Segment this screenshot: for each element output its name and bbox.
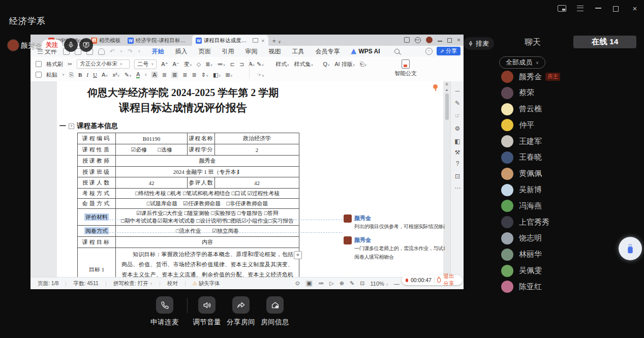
- tab-chat[interactable]: 聊天: [515, 37, 550, 48]
- highlight-icon[interactable]: ✎∨: [125, 72, 132, 78]
- char-scale-icon[interactable]: A∨: [249, 61, 255, 67]
- outline-collapse-icon[interactable]: 一: [59, 121, 66, 131]
- member-row[interactable]: 黄佩佩: [501, 168, 641, 180]
- member-row[interactable]: 吴新博: [501, 184, 641, 196]
- tab-tools[interactable]: 工具: [292, 46, 304, 57]
- tab-online-members[interactable]: 在线 14: [573, 36, 636, 48]
- mini-window-icon[interactable]: [557, 4, 567, 13]
- bullet-list-icon[interactable]: ≣∨: [205, 61, 212, 68]
- wps-close-icon[interactable]: ×: [457, 38, 461, 43]
- preview-icon[interactable]: [98, 48, 105, 55]
- member-row[interactable]: 王建军: [501, 135, 641, 147]
- exit-share-button[interactable]: 退出分享: [443, 273, 458, 287]
- comment[interactable]: 颜秀金 一门课多位老师上的，需流水作业，与试卷封 阅卷人填写相吻合: [344, 236, 445, 261]
- request-mic-button[interactable]: 申请连麦: [144, 296, 185, 327]
- decrease-font-icon[interactable]: A⁻: [173, 61, 179, 68]
- format-tool-icon[interactable]: ◧: [451, 138, 464, 145]
- member-row[interactable]: 曾云樵: [501, 103, 641, 115]
- border-icon[interactable]: ⊞∨: [226, 72, 233, 78]
- room-info-button[interactable]: 房间信息: [255, 296, 295, 327]
- new-tab-icon[interactable]: +: [272, 37, 277, 45]
- skin-icon[interactable]: ⊡: [451, 173, 464, 180]
- location-pin-icon[interactable]: [432, 84, 439, 91]
- toolbar-caret-icon[interactable]: ∨: [138, 49, 140, 53]
- member-row[interactable]: 仲平: [501, 119, 641, 131]
- tab-insert[interactable]: 插入: [175, 46, 187, 57]
- help-icon[interactable]: ?: [451, 160, 464, 167]
- member-row[interactable]: 吴佩雯: [501, 265, 641, 277]
- superscript-icon[interactable]: x²∨: [112, 72, 119, 78]
- tab-view[interactable]: 视图: [268, 46, 281, 57]
- outdent-icon[interactable]: ⊏: [230, 61, 235, 68]
- tab-template-doc[interactable]: W 经济学院-课程目标达成度报告模版.d: [124, 35, 192, 46]
- tab-close-icon[interactable]: ×: [261, 38, 264, 44]
- undo-icon[interactable]: ↶: [110, 48, 115, 55]
- styles-button[interactable]: 样式∨: [275, 60, 289, 68]
- edit-pen-icon[interactable]: ✎: [350, 280, 354, 287]
- underline-button[interactable]: U: [93, 72, 97, 78]
- missing-font-warning[interactable]: ⚠缺失字体: [193, 280, 220, 287]
- upload-cloud-icon[interactable]: ↑: [425, 48, 433, 55]
- tab-active-doc[interactable]: W 课程目标达成度报告（B0119 ×: [192, 35, 268, 46]
- spellcheck-status[interactable]: 拼写检查: 打开∨: [113, 280, 152, 287]
- redo-icon[interactable]: ↷: [128, 48, 133, 55]
- smart-doc-button[interactable]: 智能公文: [392, 59, 419, 77]
- member-row[interactable]: 冯海燕: [501, 200, 641, 212]
- ai-layout-button[interactable]: AI 排版∨: [334, 60, 355, 68]
- close-icon[interactable]: ×: [630, 4, 640, 13]
- number-list-icon[interactable]: ≔∨: [218, 61, 226, 68]
- mic-button[interactable]: [64, 38, 78, 52]
- cut-icon[interactable]: ✂: [68, 61, 72, 68]
- style-set-button[interactable]: 样式集∨: [294, 60, 313, 68]
- fullscreen-icon[interactable]: ⊡: [360, 280, 364, 287]
- table-insert-button[interactable]: +: [294, 251, 302, 259]
- bold-button[interactable]: B: [78, 72, 82, 78]
- print-layout-icon[interactable]: ▣: [305, 280, 313, 287]
- wps-restore-icon[interactable]: [447, 38, 452, 43]
- scroll-top-icon[interactable]: ≣: [443, 82, 450, 86]
- wps-minimize-icon[interactable]: [438, 41, 442, 41]
- copy-icon[interactable]: ⎘: [69, 72, 74, 78]
- member-row[interactable]: 陈亚红: [501, 281, 641, 293]
- tools-icon[interactable]: ⚒: [451, 149, 464, 156]
- tab-page[interactable]: 页面: [198, 46, 210, 57]
- font-size-select[interactable]: 二号∨: [134, 59, 157, 69]
- presenter-avatar[interactable]: [7, 39, 19, 51]
- scroll-up-icon[interactable]: ▲: [443, 88, 450, 91]
- workspace-icon[interactable]: [404, 37, 410, 43]
- increase-font-icon[interactable]: A⁺: [161, 61, 168, 68]
- member-row[interactable]: 王春晓: [501, 151, 641, 164]
- zoom-out-icon[interactable]: —: [394, 281, 400, 287]
- vertical-scrollbar[interactable]: [445, 94, 449, 120]
- justify-icon[interactable]: ≣: [192, 72, 196, 78]
- heading-handle-icon[interactable]: [69, 124, 74, 129]
- align-center-icon[interactable]: ≣: [171, 72, 178, 78]
- tab-list-caret-icon[interactable]: ∨: [278, 40, 281, 44]
- screen-share-button[interactable]: [79, 38, 93, 52]
- restore-icon[interactable]: [611, 4, 622, 13]
- text-effects-icon[interactable]: 变∨: [184, 60, 192, 68]
- tab-reference[interactable]: 引用: [222, 46, 234, 57]
- read-mode-icon[interactable]: ▷: [329, 280, 333, 287]
- floating-usb-widget[interactable]: [619, 237, 642, 260]
- account-avatar[interactable]: [426, 37, 433, 43]
- member-row[interactable]: 上官秀秀: [501, 216, 641, 228]
- collapse-rail-icon[interactable]: ─: [451, 87, 464, 95]
- paste-icon[interactable]: [36, 72, 42, 78]
- select-tool-icon[interactable]: ☞∨: [257, 72, 264, 78]
- format-painter-icon[interactable]: [36, 61, 42, 67]
- font-color-icon[interactable]: A: [136, 71, 140, 78]
- minimize-icon[interactable]: [593, 4, 603, 13]
- convert-icon[interactable]: ⎗∨: [360, 61, 367, 68]
- queue-mic-button[interactable]: 排麦: [464, 37, 494, 50]
- pen-tool-icon[interactable]: ✎: [451, 100, 464, 107]
- tab-review[interactable]: 审阅: [245, 46, 257, 57]
- format-painter-label[interactable]: 格式刷: [46, 60, 63, 68]
- line-spacing-icon[interactable]: ⇕∨: [201, 72, 208, 78]
- member-filter-dropdown[interactable]: 全部成员∨: [499, 56, 545, 69]
- zoom-level[interactable]: 110% ∨: [370, 281, 388, 287]
- align-left-icon[interactable]: ≣: [162, 72, 167, 78]
- globe-icon[interactable]: [415, 37, 421, 43]
- strikethrough-icon[interactable]: A∨: [102, 72, 108, 78]
- word-count[interactable]: 字数: 4511: [73, 280, 98, 287]
